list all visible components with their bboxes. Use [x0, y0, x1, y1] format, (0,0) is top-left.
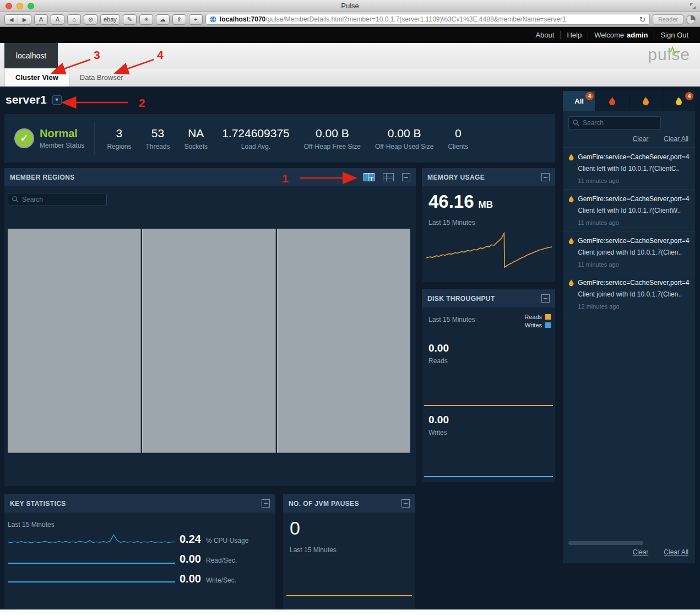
- bookmark-button[interactable]: A: [34, 14, 48, 25]
- status-ok-icon: ✓: [15, 130, 33, 147]
- member-name: server1: [6, 93, 47, 106]
- horizontal-scrollbar[interactable]: [568, 541, 643, 545]
- help-link[interactable]: Help: [560, 31, 588, 39]
- pulse-spark-icon: [668, 46, 681, 55]
- alert-time: 11 minutes ago: [578, 219, 690, 226]
- bookmark-button[interactable]: ✎: [123, 14, 137, 25]
- member-regions-header: MEMBER REGIONS: [4, 168, 416, 186]
- region-block[interactable]: [277, 229, 410, 453]
- alert-message: Client joined with Id 10.0.1.7(Clien..: [578, 290, 690, 298]
- home-button[interactable]: ⌂: [67, 14, 81, 25]
- panel-title: DISK THROUGHPUT: [427, 295, 495, 303]
- alert-tabs: All 4 4: [563, 91, 695, 111]
- about-link[interactable]: About: [529, 31, 560, 39]
- search-icon: [573, 120, 579, 126]
- flame-icon: [568, 153, 574, 161]
- reload-icon[interactable]: ↻: [639, 15, 645, 24]
- window-title: Pulse: [341, 2, 359, 10]
- tab-cluster-view[interactable]: Cluster View: [4, 68, 69, 87]
- writes-swatch-icon: [545, 322, 551, 328]
- alert-message: Client left with Id 10.0.1.7(ClientC..: [578, 165, 690, 172]
- flame-icon: [568, 237, 574, 245]
- memory-value: 46.16 MB: [428, 191, 493, 212]
- page-bottom-strip: [0, 609, 700, 615]
- alerts-search-input[interactable]: [583, 119, 656, 127]
- regions-search-input[interactable]: [22, 196, 102, 203]
- memory-usage-panel: MEMORY USAGE 46.16 MB Last 15 Minutes: [422, 168, 555, 282]
- clear-link[interactable]: Clear: [633, 548, 649, 556]
- alert-message: Client left with Id 10.0.1.7(ClientW..: [578, 207, 690, 214]
- bookmark-button[interactable]: ebay: [100, 14, 120, 25]
- disk-reads-label: Reads: [428, 357, 448, 365]
- disk-reads-value: 0.00: [428, 342, 449, 354]
- top-sites-icon[interactable]: [686, 15, 696, 24]
- reads-per-sec-chart-line: [8, 563, 175, 564]
- site-favicon-icon: [210, 16, 216, 23]
- tab-data-browser[interactable]: Data Browser: [69, 68, 134, 87]
- collapse-panel-icon[interactable]: [402, 173, 410, 181]
- clear-all-link[interactable]: Clear All: [664, 135, 688, 143]
- bookmark-button[interactable]: ✳: [139, 14, 153, 25]
- alert-tab-all[interactable]: All 4: [563, 91, 596, 111]
- url-path: /pulse/MemberDetails.html?member=10.0.1.…: [265, 15, 566, 23]
- write-sec-stat: 0.00Write/Sec.: [180, 573, 248, 585]
- writes-per-sec-chart-line: [8, 581, 175, 582]
- alert-item[interactable]: GemFire:service=CacheServer,port=404 Cli…: [563, 273, 695, 315]
- share-button[interactable]: ⇪: [172, 14, 186, 25]
- new-tab-button[interactable]: +: [189, 14, 203, 25]
- flame-icon: [568, 195, 574, 203]
- disk-writes-label: Writes: [428, 429, 447, 436]
- region-block[interactable]: [8, 229, 141, 453]
- sign-out-link[interactable]: Sign Out: [654, 31, 694, 39]
- collapse-panel-icon[interactable]: [401, 499, 410, 508]
- clear-link[interactable]: Clear: [633, 135, 649, 143]
- alert-item[interactable]: GemFire:service=CacheServer,port=404 Cli…: [563, 148, 695, 190]
- reads-legend-label: Reads: [524, 314, 542, 320]
- panel-title: MEMORY USAGE: [427, 174, 485, 181]
- jvm-pauses-panel: NO. OF JVM PAUSES 0 Last 15 Minutes: [283, 494, 415, 609]
- disk-reads-chart-line: [424, 405, 553, 406]
- alert-item[interactable]: GemFire:service=CacheServer,port=404 Cli…: [563, 231, 695, 273]
- collapse-panel-icon[interactable]: [541, 294, 550, 303]
- treemap-view-icon[interactable]: [363, 173, 375, 181]
- read-sec-stat: 0.00Read/Sec.: [180, 553, 248, 565]
- alert-tab-severe[interactable]: [596, 91, 629, 111]
- writes-legend-label: Writes: [525, 322, 542, 328]
- alerts-clear-row-bottom: Clear Clear All: [563, 546, 695, 560]
- keystats-caption: Last 15 Minutes: [8, 521, 55, 528]
- status-state: Normal: [40, 127, 84, 140]
- alert-tab-error[interactable]: [630, 91, 663, 111]
- alert-item[interactable]: GemFire:service=CacheServer,port=404 Cli…: [563, 190, 695, 231]
- tab-localhost[interactable]: localhost: [4, 43, 58, 68]
- bookmark-button[interactable]: ⊘: [84, 14, 97, 25]
- alert-title: GemFire:service=CacheServer,port=404: [578, 153, 690, 161]
- cloud-button[interactable]: ☁: [156, 14, 170, 25]
- back-button[interactable]: ◀: [4, 14, 18, 25]
- minimize-window-button[interactable]: [17, 3, 23, 9]
- bookmark-button[interactable]: A: [51, 14, 64, 25]
- alerts-clear-row: Clear Clear All: [563, 132, 695, 147]
- member-dropdown-button[interactable]: ▼: [52, 95, 62, 105]
- window-controls: [6, 3, 34, 9]
- region-block[interactable]: [142, 229, 275, 453]
- resize-icon[interactable]: [690, 3, 696, 9]
- stat-regions: 3Regions: [107, 127, 131, 150]
- username-label: admin: [627, 31, 648, 39]
- collapse-panel-icon[interactable]: [262, 499, 270, 508]
- flame-red-icon: [609, 96, 616, 105]
- grid-view-icon[interactable]: [383, 173, 394, 181]
- alert-count-badge: 4: [685, 92, 693, 100]
- zoom-window-button[interactable]: [28, 3, 34, 9]
- reader-button[interactable]: Reader: [653, 14, 683, 25]
- stat-load-avg: 1.724609375Load Avg.: [222, 127, 290, 150]
- close-window-button[interactable]: [6, 3, 12, 9]
- host-tabstrip: localhost pulse: [0, 43, 700, 68]
- alert-list: GemFire:service=CacheServer,port=404 Cli…: [563, 147, 695, 315]
- collapse-panel-icon[interactable]: [541, 173, 550, 181]
- alert-tab-warning[interactable]: 4: [663, 91, 695, 111]
- jvm-pauses-caption: Last 15 Minutes: [290, 546, 337, 554]
- forward-button[interactable]: ▶: [18, 14, 31, 25]
- address-bar[interactable]: localhost:7070/pulse/MemberDetails.html?…: [205, 14, 650, 25]
- url-text: localhost:7070/pulse/MemberDetails.html?…: [220, 15, 636, 23]
- clear-all-link[interactable]: Clear All: [664, 548, 688, 556]
